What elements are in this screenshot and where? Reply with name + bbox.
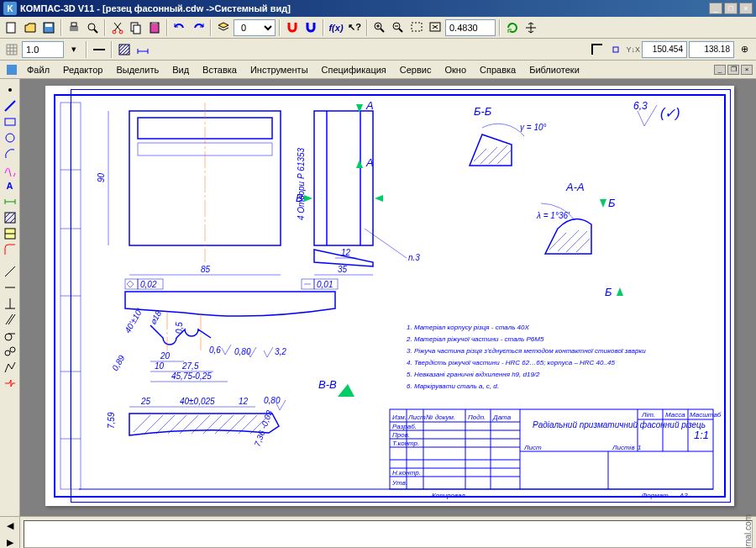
svg-text:Масса: Масса	[665, 411, 685, 419]
tool-par-icon[interactable]	[2, 312, 18, 327]
linestyle-button[interactable]	[91, 41, 108, 58]
layer-combo[interactable]: 0	[234, 19, 276, 36]
svg-point-5	[88, 24, 95, 30]
redo-button[interactable]	[190, 19, 207, 36]
print-button[interactable]	[66, 19, 82, 36]
mdi-restore[interactable]: ❐	[727, 65, 739, 75]
svg-line-73	[480, 147, 497, 164]
mdi-close[interactable]: ×	[741, 65, 753, 75]
tool-point-icon[interactable]	[2, 82, 18, 97]
cut-button[interactable]	[109, 19, 126, 36]
save-button[interactable]	[40, 19, 57, 36]
tool-fillet-icon[interactable]	[2, 242, 18, 257]
grid-icon[interactable]	[3, 41, 20, 58]
tool-rect-icon[interactable]	[2, 114, 18, 129]
undo-button[interactable]	[171, 19, 188, 36]
layers-button[interactable]	[215, 19, 232, 36]
svg-marker-58	[356, 160, 363, 168]
svg-text:2. Матеріал ріжучої частини - : 2. Матеріал ріжучої частини - сталь Р6М5	[406, 335, 544, 343]
canvas-area[interactable]: 90 85 А А В	[20, 79, 756, 516]
tool-tan2-icon[interactable]	[2, 344, 18, 359]
tool-perp-icon[interactable]	[2, 296, 18, 311]
dim-button[interactable]	[134, 41, 151, 58]
menu-icon[interactable]	[3, 61, 20, 78]
menu-service[interactable]: Сервис	[393, 63, 438, 76]
svg-text:0,80: 0,80	[234, 347, 251, 356]
menu-spec[interactable]: Спецификация	[315, 63, 393, 76]
hatch-button[interactable]	[116, 41, 133, 58]
tool-table-icon[interactable]	[2, 226, 18, 241]
window-title: КОМПАС-3D V11 - [резец фасонный.cdw ->Си…	[20, 3, 709, 13]
svg-text:Лист: Лист	[523, 444, 542, 451]
open-button[interactable]	[22, 19, 39, 36]
svg-text:Пров.: Пров.	[392, 431, 410, 439]
svg-line-19	[399, 29, 402, 32]
paste-button[interactable]	[146, 19, 163, 36]
svg-line-75	[497, 150, 511, 164]
tool-tan-icon[interactable]	[2, 328, 18, 343]
zoom-in-icon[interactable]	[371, 19, 388, 36]
tool-text-icon[interactable]: A	[2, 178, 18, 193]
zoom-fit-icon[interactable]	[427, 19, 444, 36]
svg-rect-28	[7, 65, 17, 75]
mdi-minimize[interactable]: _	[714, 65, 726, 75]
pan-icon[interactable]	[522, 19, 539, 36]
close-button[interactable]: ×	[739, 3, 753, 14]
svg-line-81	[558, 230, 579, 251]
preview-button[interactable]	[84, 19, 101, 36]
copy-button[interactable]	[128, 19, 144, 36]
tool-hatch-icon[interactable]	[2, 210, 18, 225]
zoom-out-icon[interactable]	[390, 19, 407, 36]
tool-seg2-icon[interactable]	[2, 280, 18, 295]
zoom-combo[interactable]	[445, 19, 496, 36]
menu-edit[interactable]: Редактор	[56, 63, 109, 76]
magnet-off-icon[interactable]	[302, 19, 319, 36]
scale-combo[interactable]	[22, 41, 64, 58]
tool-poly-icon[interactable]	[2, 360, 18, 375]
menu-window[interactable]: Окно	[438, 63, 473, 76]
help-cursor-icon[interactable]: ↖?	[346, 19, 363, 36]
title-bar: K КОМПАС-3D V11 - [резец фасонный.cdw ->…	[0, 0, 756, 17]
svg-text:λ = 1°36': λ = 1°36'	[536, 211, 570, 220]
svg-text:3,2: 3,2	[275, 347, 286, 356]
menu-libs[interactable]: Библиотеки	[522, 63, 586, 76]
coord-lock-icon[interactable]: ⊕	[736, 41, 753, 58]
menu-help[interactable]: Справка	[473, 63, 522, 76]
coord-y[interactable]	[689, 41, 734, 58]
svg-text:п.3: п.3	[408, 253, 420, 262]
tool-break-icon[interactable]	[2, 376, 18, 391]
command-input[interactable]	[24, 520, 753, 548]
tool-line-icon[interactable]	[2, 98, 18, 113]
fx-button[interactable]: f(x)	[328, 19, 344, 36]
menu-insert[interactable]: Вставка	[196, 63, 244, 76]
svg-text:Радіальний призматичний фасонн: Радіальний призматичний фасонний різець	[533, 420, 706, 429]
tool-circle-icon[interactable]	[2, 130, 18, 145]
tool-spline-icon[interactable]	[2, 162, 18, 177]
svg-text:0,02: 0,02	[140, 280, 157, 289]
svg-rect-53	[314, 111, 373, 245]
menu-tools[interactable]: Инструменты	[244, 63, 315, 76]
coord-x[interactable]	[642, 41, 687, 58]
tool-dim-icon[interactable]	[2, 194, 18, 209]
minimize-button[interactable]: _	[709, 3, 722, 14]
watermark: nkram.livejournal.com	[743, 514, 753, 548]
svg-text:45,75-0,25: 45,75-0,25	[171, 371, 212, 381]
svg-text:5. Невказані граничні відхилен: 5. Невказані граничні відхилення h9, d19…	[407, 371, 540, 378]
tool-arc-icon[interactable]	[2, 146, 18, 161]
tool-seg1-icon[interactable]	[2, 264, 18, 279]
refresh-icon[interactable]	[504, 19, 521, 36]
zoom-window-icon[interactable]	[408, 19, 425, 36]
menu-file[interactable]: Файл	[20, 63, 56, 76]
snap-icon[interactable]	[607, 41, 624, 58]
svg-rect-2	[45, 24, 52, 27]
magnet-on-icon[interactable]	[284, 19, 301, 36]
new-button[interactable]	[3, 19, 20, 36]
svg-text:10: 10	[155, 361, 165, 371]
ortho-icon[interactable]	[589, 41, 606, 58]
maximize-button[interactable]: □	[724, 3, 738, 14]
dropdown-icon[interactable]: ▾	[66, 41, 82, 58]
cmd-icon2[interactable]: ▶	[2, 535, 18, 549]
menu-select[interactable]: Выделить	[109, 63, 165, 76]
cmd-icon1[interactable]: ◀	[2, 519, 18, 534]
menu-view[interactable]: Вид	[165, 63, 196, 76]
